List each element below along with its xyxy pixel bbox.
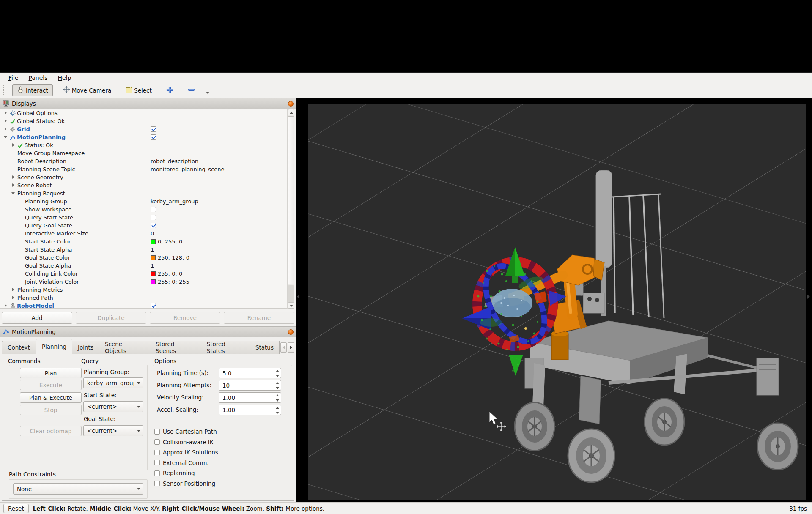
property-checkbox[interactable] (151, 207, 156, 212)
checkbox-row-external-comm[interactable]: External Comm. (154, 459, 209, 467)
tree-row-goal-state-alpha[interactable]: Goal State Alpha1 (0, 262, 287, 270)
spinner-down-icon[interactable] (274, 398, 281, 403)
expander-closed-icon[interactable] (3, 118, 9, 124)
tree-row-planning-scene-topic[interactable]: Planning Scene Topicmonitored_planning_s… (0, 165, 287, 173)
color-swatch[interactable] (151, 255, 156, 260)
tab-joints[interactable]: Joints (72, 341, 99, 354)
toolbar-overflow-caret[interactable] (206, 92, 209, 94)
tree-row-grid[interactable]: Grid (0, 125, 287, 133)
property-checkbox[interactable] (151, 134, 156, 140)
use-cartesian-path-checkbox[interactable] (154, 429, 160, 435)
collapse-right-panel-arrow[interactable] (807, 295, 810, 299)
motionplanning-panel-button[interactable] (288, 329, 294, 335)
property-value[interactable]: 255; 0; 0 (158, 271, 182, 277)
tab-context[interactable]: Context (2, 341, 36, 354)
menu-help[interactable]: Help (53, 74, 77, 82)
external-comm-checkbox[interactable] (154, 460, 160, 465)
tree-row-start-state-alpha[interactable]: Start State Alpha1 (0, 246, 287, 254)
tree-row-joint-violation-color[interactable]: Joint Violation Color255; 0; 255 (0, 278, 287, 286)
tree-row-interactive-marker-size[interactable]: Interactive Marker Size0 (0, 230, 287, 238)
spinner-up-icon[interactable] (274, 393, 281, 398)
spinner-value[interactable]: 10 (222, 382, 230, 389)
color-swatch[interactable] (151, 271, 156, 276)
tree-row-robot-description[interactable]: Robot Descriptionrobot_description (0, 157, 287, 165)
property-value[interactable]: 250; 128; 0 (158, 254, 189, 261)
interact-tool-button[interactable]: Interact (12, 84, 53, 96)
expander-open-icon[interactable] (3, 134, 9, 140)
property-value[interactable]: 0 (151, 230, 154, 237)
property-checkbox[interactable] (151, 126, 156, 132)
menu-panels[interactable]: Panels (23, 74, 52, 82)
color-swatch[interactable] (151, 279, 156, 284)
plan-button[interactable]: Plan (20, 368, 82, 378)
planning-group-dropdown[interactable]: kerby_arm_group (83, 377, 143, 388)
property-value[interactable]: robot_description (151, 158, 198, 164)
tab-stored-states[interactable]: Stored States (201, 341, 250, 354)
sensor-positioning-checkbox[interactable] (154, 481, 160, 486)
expander-closed-icon[interactable] (3, 110, 9, 116)
planning-attempts-spinner[interactable]: 10 (219, 380, 281, 391)
expander-closed-icon[interactable] (3, 303, 9, 309)
reset-button[interactable]: Reset (3, 504, 29, 513)
tab-scene-objects[interactable]: Scene Objects (99, 341, 150, 354)
checkbox-row-sensor-positioning[interactable]: Sensor Positioning (154, 480, 215, 487)
expander-closed-icon[interactable] (10, 142, 16, 148)
property-checkbox[interactable] (151, 303, 156, 309)
checkbox-row-use-cartesian-path[interactable]: Use Cartesian Path (154, 428, 217, 435)
expander-closed-icon[interactable] (10, 295, 16, 301)
property-checkbox[interactable] (151, 223, 156, 228)
spinner-value[interactable]: 1.00 (222, 394, 235, 401)
tree-row-planning-metrics[interactable]: Planning Metrics (0, 286, 287, 294)
tree-row-robotmodel[interactable]: RobotModel (0, 302, 287, 309)
move-camera-tool-button[interactable]: Move Camera (59, 85, 115, 96)
tree-row-query-goal-state[interactable]: Query Goal State (0, 221, 287, 230)
displays-tree[interactable]: Global OptionsGlobal Status: OkGridMotio… (0, 109, 287, 309)
velocity-scaling-spinner[interactable]: 1.00 (219, 392, 281, 403)
tree-column-separator[interactable] (149, 109, 149, 309)
property-value[interactable]: 1 (151, 246, 154, 253)
tree-row-start-state-color[interactable]: Start State Color0; 255; 0 (0, 238, 287, 246)
tab-stored-scenes[interactable]: Stored Scenes (150, 341, 201, 354)
goal-state-dropdown[interactable]: <current> (83, 425, 143, 436)
toolbar-drag-handle[interactable] (3, 85, 6, 96)
remove-tool-button[interactable] (184, 85, 199, 96)
tree-row-show-workspace[interactable]: Show Workspace (0, 205, 287, 213)
spinner-down-icon[interactable] (274, 410, 281, 415)
tree-row-global-status-ok[interactable]: Global Status: Ok (0, 117, 287, 125)
add-tool-button[interactable] (162, 85, 178, 96)
property-value[interactable]: monitored_planning_scene (151, 166, 224, 172)
spinner-value[interactable]: 5.0 (222, 370, 231, 377)
tab-planning[interactable]: Planning (36, 339, 72, 354)
approx-ik-solutions-checkbox[interactable] (154, 450, 160, 455)
planning-time-s-spinner[interactable]: 5.0 (219, 368, 281, 378)
tree-row-scene-geometry[interactable]: Scene Geometry (0, 173, 287, 181)
tab-scroll-right-button[interactable] (288, 342, 294, 353)
tree-row-planning-request[interactable]: Planning Request (0, 189, 287, 197)
replanning-checkbox[interactable] (154, 470, 160, 476)
checkbox-row-collision-aware-ik[interactable]: Collision-aware IK (154, 438, 214, 446)
scroll-up-button[interactable] (288, 109, 294, 115)
path-constraints-dropdown[interactable]: None (13, 483, 143, 495)
accel-scaling-spinner[interactable]: 1.00 (219, 405, 281, 415)
spinner-value[interactable]: 1.00 (222, 407, 235, 413)
expander-closed-icon[interactable] (10, 174, 16, 180)
property-value[interactable]: 1 (151, 262, 154, 269)
plan-execute-button[interactable]: Plan & Execute (20, 392, 82, 403)
expander-closed-icon[interactable] (10, 182, 16, 189)
tree-row-query-start-state[interactable]: Query Start State (0, 213, 287, 221)
scroll-down-button[interactable] (288, 302, 294, 309)
expander-open-icon[interactable] (10, 190, 16, 197)
spinner-up-icon[interactable] (274, 380, 281, 386)
property-value[interactable]: 0; 255; 0 (158, 238, 182, 245)
spinner-down-icon[interactable] (274, 386, 281, 391)
checkbox-row-replanning[interactable]: Replanning (154, 469, 195, 477)
expander-closed-icon[interactable] (10, 287, 16, 293)
tree-row-global-options[interactable]: Global Options (0, 109, 287, 117)
tree-row-planning-group[interactable]: Planning Groupkerby_arm_group (0, 197, 287, 205)
tree-row-move-group-namespace[interactable]: Move Group Namespace (0, 149, 287, 157)
tree-row-planned-path[interactable]: Planned Path (0, 294, 287, 302)
tree-row-status-ok[interactable]: Status: Ok (0, 141, 287, 149)
property-checkbox[interactable] (151, 215, 156, 220)
menu-file[interactable]: File (3, 74, 23, 82)
expander-closed-icon[interactable] (3, 126, 9, 132)
